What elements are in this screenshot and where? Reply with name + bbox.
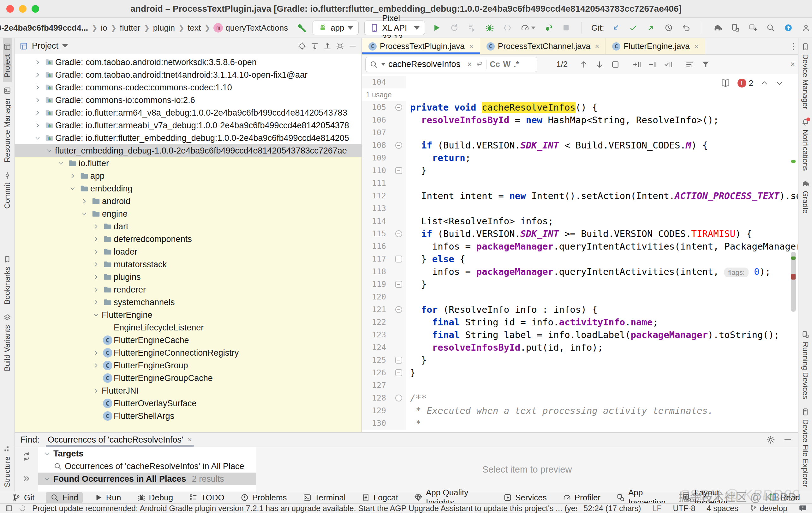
usage-hint[interactable]: 1 usage xyxy=(362,91,392,99)
tool-stripe-build-variants[interactable]: Build Variants xyxy=(3,309,12,376)
git-history-button[interactable] xyxy=(663,22,675,34)
tool-button-read[interactable]: Read xyxy=(764,492,805,503)
editor-tab[interactable]: C ProcessTextChannel.java × xyxy=(480,38,606,54)
code-line[interactable]: 108− if (Build.VERSION.SDK_INT < Build.V… xyxy=(362,139,798,152)
code-line[interactable]: 119− } xyxy=(362,278,798,291)
tree-item[interactable]: flutter_embedding_debug-1.0.0-2e4ba9c6fb… xyxy=(15,144,361,157)
match-case-toggle[interactable]: Cc xyxy=(490,60,500,69)
fold-icon[interactable]: − xyxy=(395,255,402,263)
sdk-manager-button[interactable] xyxy=(747,22,759,34)
search-history-caret-icon[interactable] xyxy=(381,63,385,66)
breadcrumb-item[interactable]: text xyxy=(187,23,201,33)
tool-stripe-resource-manager[interactable]: Resource Manager xyxy=(3,82,12,167)
close-find-tab-icon[interactable]: × xyxy=(187,435,192,444)
chevron-right-icon[interactable] xyxy=(32,106,43,119)
chevron-right-icon[interactable] xyxy=(32,69,43,81)
gradle-sync-button[interactable] xyxy=(712,22,724,34)
git-commit-button[interactable] xyxy=(627,22,639,34)
hide-panel-button[interactable] xyxy=(348,42,357,51)
apply-changes-button[interactable] xyxy=(466,22,478,34)
close-window-button[interactable] xyxy=(6,5,14,12)
tree-item[interactable]: embedding xyxy=(15,182,361,195)
tool-stripe-running-devices[interactable]: Running Devices xyxy=(801,326,810,403)
tree-item[interactable]: Gradle: commons-io:commons-io:2.6 xyxy=(15,94,361,106)
tool-stripe-bookmarks[interactable]: Bookmarks xyxy=(3,251,12,309)
code-line[interactable]: 120 xyxy=(362,291,798,303)
device-selector[interactable]: Pixel XL API 33 13 xyxy=(364,21,425,35)
project-view-selector[interactable]: Project xyxy=(32,41,58,51)
search-filter-icon[interactable] xyxy=(701,60,710,69)
code-line[interactable]: 110− } xyxy=(362,164,798,177)
reader-mode-icon[interactable] xyxy=(720,78,730,88)
search-field[interactable]: × Cc W .* xyxy=(365,57,537,72)
add-selection-button[interactable] xyxy=(632,60,641,69)
tree-item[interactable]: CFlutterShellArgs xyxy=(15,410,361,422)
tool-button-todo[interactable]: TODO xyxy=(184,492,229,503)
window-controls[interactable] xyxy=(6,5,39,12)
chevron-right-icon[interactable] xyxy=(67,170,78,182)
chevron-right-icon[interactable] xyxy=(90,296,102,308)
project-view-caret-icon[interactable] xyxy=(62,44,68,48)
tool-button-problems[interactable]: Problems xyxy=(236,492,291,503)
git-branch-widget[interactable]: develop xyxy=(750,504,787,513)
hide-find-panel-icon[interactable] xyxy=(783,435,792,444)
tool-button-git[interactable]: Git xyxy=(7,492,39,503)
tree-item[interactable]: loader xyxy=(15,245,361,258)
chevron-down-icon[interactable] xyxy=(43,144,55,157)
tree-item[interactable]: dart xyxy=(15,220,361,233)
chevron-down-icon[interactable] xyxy=(32,132,43,144)
chevron-right-icon[interactable] xyxy=(90,271,102,284)
code-line[interactable]: 114 List<ResolveInfo> infos; xyxy=(362,215,798,227)
find-settings-icon[interactable] xyxy=(766,435,775,444)
git-rollback-button[interactable] xyxy=(680,22,692,34)
git-update-button[interactable] xyxy=(610,22,621,34)
code-editor[interactable]: 1041 usage105−private void cacheResolveI… xyxy=(362,75,798,432)
tool-stripe-device-file-explorer[interactable]: Device File Explorer xyxy=(801,403,810,491)
fold-icon[interactable]: − xyxy=(395,357,402,363)
clear-search-icon[interactable]: × xyxy=(467,60,472,69)
tool-button-services[interactable]: Services xyxy=(499,492,551,503)
stop-button[interactable] xyxy=(560,22,572,34)
chevron-down-icon[interactable] xyxy=(55,157,67,170)
words-toggle[interactable]: W xyxy=(503,60,511,69)
find-in-selection-button[interactable] xyxy=(611,60,620,69)
tree-item[interactable]: FlutterJNI xyxy=(15,384,361,397)
breadcrumb-item[interactable]: mqueryTextActions xyxy=(213,23,288,33)
panel-settings-button[interactable] xyxy=(336,42,344,51)
chevron-right-icon[interactable] xyxy=(90,347,102,359)
tree-item[interactable]: Gradle: io.flutter:arm64_v8a_debug:1.0.0… xyxy=(15,106,361,119)
next-error-icon[interactable] xyxy=(775,79,784,87)
search-input[interactable] xyxy=(388,59,464,69)
encoding-selector[interactable]: UTF-8 xyxy=(673,504,696,513)
code-line[interactable]: 118 infos = packageManager.queryIntentAc… xyxy=(362,265,798,278)
chevron-right-icon[interactable] xyxy=(90,384,102,397)
rerun-search-button[interactable] xyxy=(22,452,31,461)
code-line[interactable]: 124 resolveInfosById.put(id, info); xyxy=(362,341,798,354)
breadcrumb-item[interactable]: 0-2e4ba9c6fb499ccd4... xyxy=(0,23,88,33)
tree-item[interactable]: systemchannels xyxy=(15,296,361,308)
find-result-row[interactable]: Targets xyxy=(38,447,256,460)
zoom-window-button[interactable] xyxy=(32,5,39,12)
tree-item[interactable]: FlutterEngine xyxy=(15,308,361,321)
tree-item[interactable]: Gradle: io.flutter:flutter_embedding_deb… xyxy=(15,132,361,144)
chevron-right-icon[interactable] xyxy=(78,195,90,208)
tree-item[interactable]: android xyxy=(15,195,361,208)
chevron-down-icon[interactable] xyxy=(41,450,53,457)
chevron-down-icon[interactable] xyxy=(90,308,102,321)
tool-window-toggle-icon[interactable] xyxy=(5,504,13,512)
close-tab-icon[interactable]: × xyxy=(469,42,473,51)
profiler-button[interactable] xyxy=(519,22,537,34)
code-line[interactable]: 129 * Executed when a text processing ac… xyxy=(362,404,798,417)
upgrade-assistant-button[interactable] xyxy=(782,22,794,34)
editor-tab[interactable]: C FlutterEngine.java × xyxy=(606,38,705,54)
code-line[interactable]: 117− } else { xyxy=(362,253,798,265)
tool-stripe-device-manager[interactable]: Device Manager xyxy=(801,38,810,114)
chevron-right-icon[interactable] xyxy=(90,284,102,296)
regex-toggle[interactable]: .* xyxy=(514,60,519,69)
tool-button-profiler[interactable]: Profiler xyxy=(558,492,605,503)
device-manager-button[interactable] xyxy=(729,22,741,34)
status-message[interactable]: Project update recommended: Android Grad… xyxy=(32,504,577,513)
tree-item[interactable]: CFlutterOverlaySurface xyxy=(15,397,361,410)
fold-icon[interactable]: − xyxy=(395,104,402,111)
code-line[interactable]: 127 xyxy=(362,379,798,392)
